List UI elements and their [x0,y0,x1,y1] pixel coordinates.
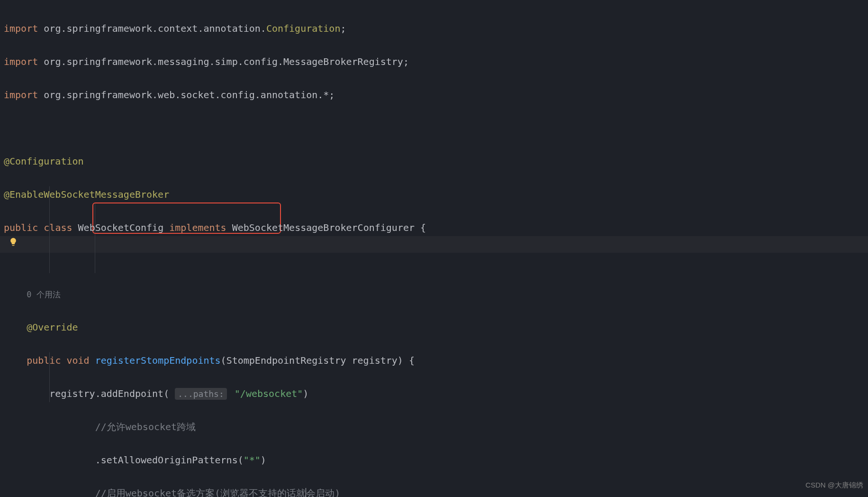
method-params: (StompEndpointRegistry registry) { [221,355,415,366]
annotation-override: @Override [27,322,78,333]
string-literal: "/websocket" [235,388,303,399]
text-cursor [306,488,306,497]
string-literal: "*" [244,454,261,466]
comment-fallback-b: 会启动) [306,488,340,497]
keyword-public: public [27,355,61,366]
code-editor[interactable]: import org.springframework.context.annot… [0,0,868,497]
keyword-class: class [44,222,72,233]
keyword-import: import [4,56,38,67]
comment-cors: //允许websocket跨域 [95,421,196,433]
code-text: registry.addEndpoint( [49,388,175,399]
keyword-public: public [4,222,38,233]
keyword-implements: implements [169,222,226,233]
annotation-configuration: @Configuration [4,156,84,167]
import-path: org.springframework.web.socket.config.an… [44,89,335,101]
annotation-enable-websocket: @EnableWebSocketMessageBroker [4,189,169,200]
import-path: org.springframework.messaging.simp.confi… [44,56,409,67]
method-name: registerStompEndpoints [95,355,221,366]
import-path: org.springframework.context.annotation. [44,23,266,34]
keyword-import: import [4,23,38,34]
class-name: WebSocketConfig [78,222,164,233]
param-hint-paths[interactable]: ...paths: [175,388,227,400]
usage-hint[interactable]: 0 个用法 [27,290,60,299]
interface-name: WebSocketMessageBrokerConfigurer [232,222,415,233]
keyword-void: void [66,355,89,366]
import-class: Configuration [266,23,341,34]
keyword-import: import [4,89,38,101]
code-text: .setAllowedOriginPatterns( [95,454,244,466]
comment-fallback-a: //启用websocket备选方案(浏览器不支持的话就 [95,488,306,497]
